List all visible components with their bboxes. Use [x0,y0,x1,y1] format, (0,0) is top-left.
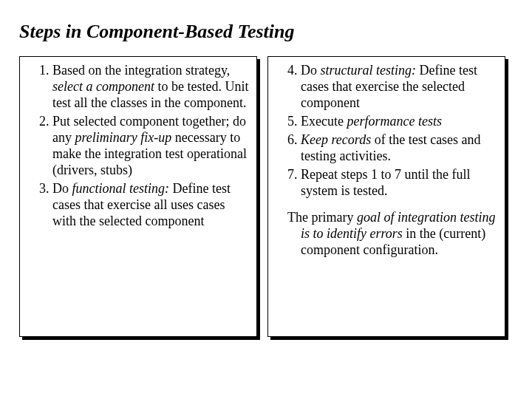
slide: Steps in Component-Based Testing 1. Base… [0,0,532,337]
right-box: 4. Do structural testing: Define test ca… [267,56,505,337]
step-6: 6. Keep records of the test cases and te… [274,132,497,165]
step-5: 5. Execute performance tests [274,114,497,130]
columns: 1. Based on the integration strategy, se… [19,56,513,337]
left-box: 1. Based on the integration strategy, se… [19,56,257,337]
step-1: 1. Based on the integration strategy, se… [26,63,249,112]
step-2: 2. Put selected component together; do a… [26,114,249,179]
step-4: 4. Do structural testing: Define test ca… [274,63,497,112]
right-panel: 4. Do structural testing: Define test ca… [267,56,505,337]
step-7: 7. Repeat steps 1 to 7 until the full sy… [274,167,497,200]
page-title: Steps in Component-Based Testing [19,21,513,43]
left-panel: 1. Based on the integration strategy, se… [19,56,257,337]
summary: The primary goal of integration testing … [274,210,497,259]
step-3: 3. Do functional testing: Define test ca… [26,181,249,230]
